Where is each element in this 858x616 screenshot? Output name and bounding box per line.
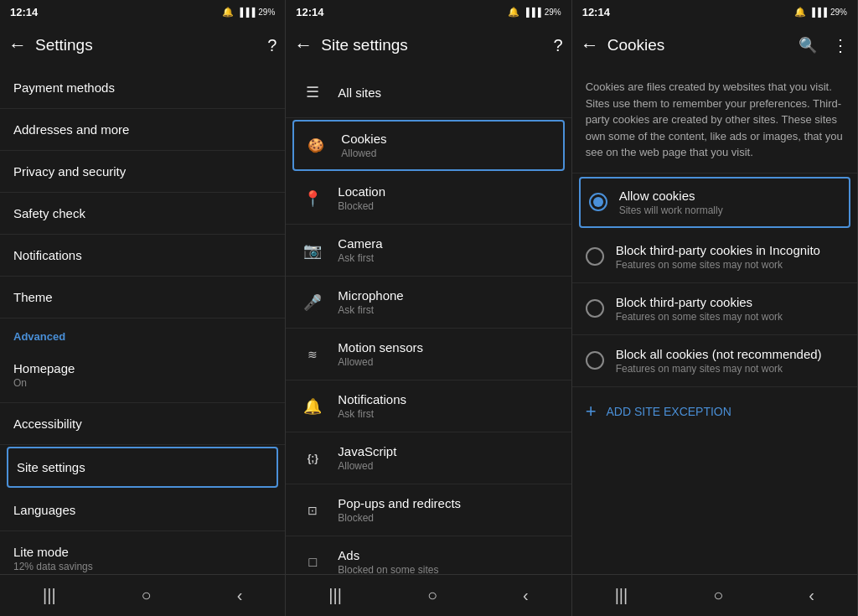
time-3: 12:14	[582, 6, 610, 18]
allow-radio-circle	[589, 193, 607, 211]
notifications-icon: 🔔	[299, 393, 326, 420]
site-settings-panel: 12:14 🔔 ▐▐▐ 29% ← Site settings ? ☰ All …	[286, 0, 571, 616]
settings-item-safety[interactable]: Safety check	[0, 193, 285, 235]
popups-sublabel: Blocked	[338, 512, 461, 524]
all-sites-icon: ☰	[299, 79, 326, 106]
nav-bar-1: ||| ○ ‹	[0, 574, 285, 616]
location-icon: 📍	[299, 185, 326, 212]
settings-back-button[interactable]: ←	[8, 34, 27, 56]
cookies-top-bar: ← Cookies 🔍 ⋮	[572, 23, 857, 67]
add-site-exception-button[interactable]: + ADD SITE EXCEPTION	[572, 387, 857, 436]
settings-item-languages[interactable]: Languages	[0, 489, 285, 531]
settings-help-icon[interactable]: ?	[267, 36, 277, 55]
site-settings-item-javascript[interactable]: {;} JavaScript Allowed	[286, 432, 571, 484]
back-button-1[interactable]: ‹	[237, 586, 243, 605]
site-settings-item-location[interactable]: 📍 Location Blocked	[286, 173, 571, 225]
settings-item-notifications[interactable]: Notifications	[0, 235, 285, 277]
cookies-option-allow[interactable]: Allow cookies Sites will work normally	[579, 177, 850, 228]
site-settings-item-all-sites[interactable]: ☰ All sites	[286, 67, 571, 118]
add-exception-label: ADD SITE EXCEPTION	[607, 405, 731, 418]
status-icons-1: 🔔 ▐▐▐ 29%	[222, 7, 275, 18]
motion-label: Motion sensors	[338, 340, 423, 355]
accessibility-label: Accessibility	[13, 417, 82, 431]
advanced-section-label: Advanced	[0, 318, 285, 348]
block-all-label: Block all cookies (not recommended)	[616, 347, 822, 361]
block-all-radio-circle	[586, 351, 604, 370]
site-settings-item-microphone[interactable]: 🎤 Microphone Ask first	[286, 277, 571, 329]
site-settings-item-ads[interactable]: □ Ads Blocked on some sites	[286, 536, 571, 574]
cookies-option-block-all[interactable]: Block all cookies (not recommended) Feat…	[572, 335, 857, 387]
battery-icon-3: 29%	[830, 8, 847, 17]
all-sites-label: All sites	[338, 85, 381, 100]
cookies-panel: 12:14 🔔 ▐▐▐ 29% ← Cookies 🔍 ⋮ Cookies ar…	[572, 0, 858, 616]
site-settings-help-icon[interactable]: ?	[554, 36, 563, 55]
site-settings-item-motion[interactable]: ≋ Motion sensors Allowed	[286, 329, 571, 380]
block-incognito-label: Block third-party cookies in Incognito	[616, 243, 820, 257]
settings-item-accessibility[interactable]: Accessibility	[0, 403, 285, 445]
settings-item-site-settings[interactable]: Site settings	[7, 447, 278, 488]
allow-cookies-sublabel: Sites will work normally	[619, 204, 723, 216]
privacy-label: Privacy and security	[13, 164, 126, 179]
status-bar-1: 12:14 🔔 ▐▐▐ 29%	[0, 0, 285, 23]
time-1: 12:14	[10, 6, 38, 18]
ads-label: Ads	[338, 548, 438, 562]
status-icons-2: 🔔 ▐▐▐ 29%	[508, 7, 561, 18]
signal-icon: ▐▐▐	[237, 8, 255, 17]
site-settings-title: Site settings	[321, 36, 545, 54]
site-settings-item-cookies[interactable]: 🍪 Cookies Allowed	[292, 120, 564, 171]
recents-button-3[interactable]: |||	[615, 586, 628, 605]
safety-label: Safety check	[13, 206, 85, 220]
settings-item-payment[interactable]: Payment methods	[0, 67, 285, 109]
home-button-2[interactable]: ○	[427, 586, 437, 605]
ads-icon: □	[299, 549, 326, 575]
site-settings-item-notifications[interactable]: 🔔 Notifications Ask first	[286, 380, 571, 432]
microphone-icon: 🎤	[299, 289, 326, 316]
cookies-search-icon[interactable]: 🔍	[799, 36, 817, 54]
block-incognito-radio-circle	[586, 247, 604, 266]
notifications-label-ss: Notifications	[338, 392, 406, 406]
settings-title: Settings	[35, 36, 259, 54]
site-settings-back-button[interactable]: ←	[294, 34, 313, 56]
allow-cookies-label: Allow cookies	[619, 189, 723, 203]
site-settings-item-camera[interactable]: 📷 Camera Ask first	[286, 225, 571, 277]
cookies-label: Cookies	[341, 132, 386, 146]
recents-button-1[interactable]: |||	[43, 586, 56, 605]
alarm-icon-3: 🔔	[794, 7, 806, 18]
languages-label: Languages	[13, 503, 75, 517]
popups-label: Pop-ups and redirects	[338, 496, 461, 510]
lite-mode-label: Lite mode	[13, 545, 93, 559]
site-settings-top-bar: ← Site settings ?	[286, 23, 571, 67]
settings-item-addresses[interactable]: Addresses and more	[0, 109, 285, 151]
alarm-icon-2: 🔔	[508, 7, 519, 18]
cookies-option-block-incognito[interactable]: Block third-party cookies in Incognito F…	[572, 231, 857, 283]
settings-scroll: Payment methods Addresses and more Priva…	[0, 67, 285, 574]
site-settings-item-popups[interactable]: ⊡ Pop-ups and redirects Blocked	[286, 484, 571, 536]
time-2: 12:14	[296, 6, 323, 18]
recents-button-2[interactable]: |||	[328, 586, 342, 605]
cookies-back-button[interactable]: ←	[581, 34, 599, 56]
ads-sublabel: Blocked on some sites	[338, 564, 438, 574]
settings-item-lite-mode[interactable]: Lite mode 12% data savings	[0, 531, 285, 574]
location-label: Location	[338, 184, 385, 199]
back-button-3[interactable]: ‹	[809, 586, 814, 605]
home-button-1[interactable]: ○	[142, 586, 152, 605]
settings-item-theme[interactable]: Theme	[0, 277, 285, 318]
settings-item-homepage[interactable]: Homepage On	[0, 348, 285, 403]
settings-item-privacy[interactable]: Privacy and security	[0, 151, 285, 193]
block-incognito-sublabel: Features on some sites may not work	[616, 259, 820, 271]
cookies-more-icon[interactable]: ⋮	[832, 35, 849, 55]
cookies-scroll: Cookies are files created by websites th…	[572, 67, 857, 574]
notifications-sublabel: Ask first	[338, 408, 406, 420]
cookies-option-block-third[interactable]: Block third-party cookies Features on so…	[572, 283, 857, 335]
nav-bar-3: ||| ○ ‹	[572, 574, 857, 616]
addresses-label: Addresses and more	[13, 122, 129, 137]
home-button-3[interactable]: ○	[713, 586, 723, 605]
block-third-label: Block third-party cookies	[616, 295, 783, 309]
signal-icon-2: ▐▐▐	[523, 8, 540, 17]
microphone-label: Microphone	[338, 288, 403, 303]
status-bar-2: 12:14 🔔 ▐▐▐ 29%	[286, 0, 571, 23]
cookies-description: Cookies are files created by websites th…	[572, 67, 857, 173]
battery-icon: 29%	[258, 8, 275, 17]
back-button-2[interactable]: ‹	[523, 586, 529, 605]
theme-label: Theme	[13, 290, 53, 304]
